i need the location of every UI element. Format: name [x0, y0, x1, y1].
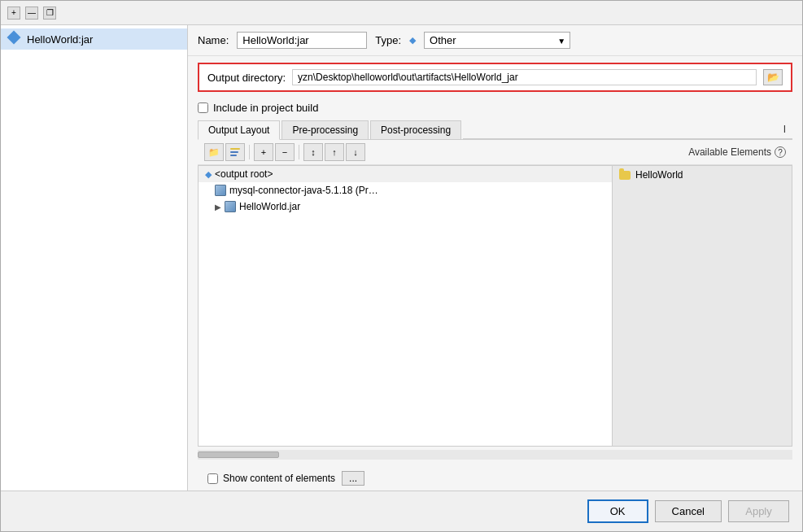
ok-button[interactable]: OK: [587, 499, 648, 523]
show-content-checkbox[interactable]: [207, 473, 218, 484]
output-dir-section: Output directory: 📂: [198, 63, 792, 92]
toolbar-add-icon: +: [261, 147, 266, 157]
add-button[interactable]: +: [7, 7, 20, 20]
include-project-checkbox[interactable]: [198, 102, 208, 113]
cancel-button[interactable]: Cancel: [655, 500, 722, 522]
type-select-wrapper: Other: [424, 32, 570, 49]
toolbar-folder-icon: 📁: [208, 147, 220, 158]
include-project-label: Include in project build: [213, 102, 318, 114]
title-bar: + — ❐: [1, 1, 802, 25]
tab-pre-processing[interactable]: Pre-processing: [281, 120, 369, 139]
cursor-indicator: I: [777, 120, 792, 139]
tree-item-label: <output root>: [215, 168, 273, 180]
expand-arrow-icon[interactable]: ▶: [215, 203, 221, 211]
toolbar-sort-icon: ↕: [311, 147, 316, 157]
copy-button[interactable]: ❐: [43, 7, 56, 20]
scrollbar-thumb[interactable]: [198, 451, 279, 458]
jar-icon: [215, 185, 226, 196]
tree-item-label: HelloWorld.jar: [239, 201, 300, 212]
help-icon[interactable]: ?: [775, 146, 786, 158]
available-item-label: HelloWorld: [635, 169, 683, 181]
main-content: HelloWorld:jar Name: Type: ◆ Other Outpu…: [1, 25, 802, 491]
folder-icon: [619, 171, 631, 180]
tree-item-helloworld-jar[interactable]: ▶ HelloWorld.jar: [199, 198, 612, 215]
toolbar-separator-1: [249, 145, 250, 159]
jar-icon: [225, 201, 236, 212]
toolbar-list-btn[interactable]: [225, 143, 245, 161]
toolbar-sort-btn[interactable]: ↕: [303, 143, 323, 161]
tree-panel: ◆ <output root> mysql-connector-java-5.1…: [199, 166, 613, 446]
sidebar-item-label: HelloWorld:jar: [27, 33, 93, 46]
dialog-footer: OK Cancel Apply: [1, 491, 802, 531]
remove-button[interactable]: —: [25, 7, 38, 20]
split-area: ◆ <output root> mysql-connector-java-5.1…: [198, 165, 792, 447]
bottom-controls: Show content of elements ...: [198, 466, 792, 491]
tree-item-label: mysql-connector-java-5.1.18 (Pr…: [229, 185, 378, 196]
toolbar-remove-icon: −: [282, 147, 287, 157]
sidebar-item-helloworld[interactable]: HelloWorld:jar: [1, 28, 187, 50]
toolbar-remove-btn[interactable]: −: [275, 143, 295, 161]
toolbar-up-btn[interactable]: ↑: [325, 143, 344, 161]
apply-button[interactable]: Apply: [728, 500, 789, 522]
name-type-row: Name: Type: ◆ Other: [188, 25, 802, 56]
right-panel: Name: Type: ◆ Other Output directory: 📂: [188, 25, 802, 491]
toolbar-add-btn[interactable]: +: [254, 143, 273, 161]
tree-item-output-root[interactable]: ◆ <output root>: [199, 166, 612, 182]
tabs-row: Output Layout Pre-processing Post-proces…: [198, 120, 792, 140]
available-elements-label: Available Elements ?: [688, 146, 786, 158]
tab-output-layout[interactable]: Output Layout: [198, 120, 280, 140]
available-panel: HelloWorld: [613, 166, 792, 446]
dots-button[interactable]: ...: [342, 471, 364, 486]
show-content-label: Show content of elements: [223, 473, 335, 484]
folder-open-icon: 📂: [767, 72, 779, 83]
name-input[interactable]: [237, 32, 367, 49]
toolbar-folder-btn[interactable]: 📁: [204, 143, 224, 161]
toolbar-down-icon: ↓: [353, 147, 358, 157]
tab-post-processing[interactable]: Post-processing: [370, 120, 461, 139]
diamond-icon: ◆: [205, 169, 212, 180]
available-panel-item-helloworld[interactable]: HelloWorld: [613, 166, 792, 184]
toolbar-down-btn[interactable]: ↓: [346, 143, 365, 161]
type-label: Type:: [375, 34, 401, 46]
toolbar-separator-2: [299, 145, 299, 159]
diamond-icon: [9, 33, 22, 46]
toolbar-row: 📁 + − ↕ ↑: [198, 140, 792, 165]
type-select[interactable]: Other: [424, 32, 570, 49]
output-dir-folder-button[interactable]: 📂: [763, 69, 783, 85]
output-dir-input[interactable]: [292, 69, 757, 85]
name-label: Name:: [198, 34, 229, 46]
tab-spacer: [463, 120, 777, 139]
sidebar: HelloWorld:jar: [1, 25, 188, 491]
show-content-section: Show content of elements: [207, 473, 335, 484]
horizontal-scrollbar[interactable]: [198, 450, 792, 460]
available-elements-text: Available Elements: [688, 146, 771, 158]
tabs-section: Output Layout Pre-processing Post-proces…: [198, 120, 792, 140]
toolbar-up-icon: ↑: [332, 147, 337, 157]
toolbar-list-icon: [230, 148, 240, 156]
tree-item-mysql[interactable]: mysql-connector-java-5.1.18 (Pr…: [199, 182, 612, 198]
include-project-row: Include in project build: [188, 98, 802, 117]
type-diamond-icon: ◆: [409, 35, 416, 46]
output-dir-label: Output directory:: [207, 72, 286, 84]
project-structure-dialog: + — ❐ HelloWorld:jar Name: Type: ◆: [0, 0, 803, 532]
